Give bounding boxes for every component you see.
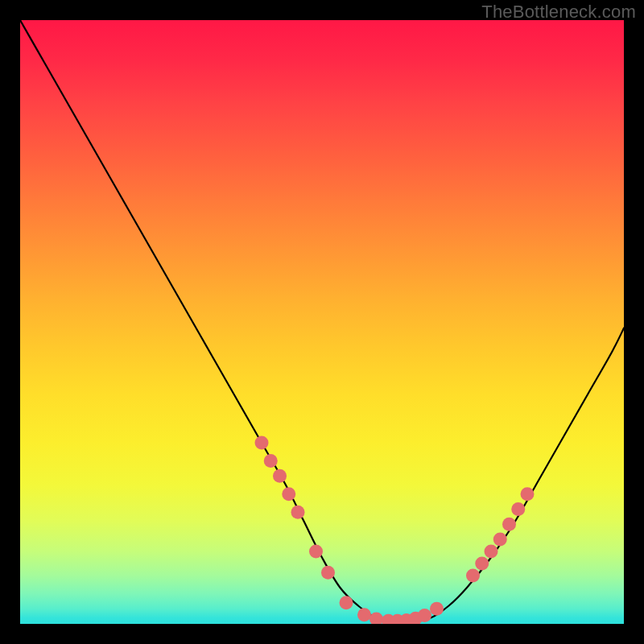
curve-marker [485,545,498,559]
curve-marker [502,518,516,531]
curve-marker [430,602,444,616]
bottleneck-curve [20,20,624,621]
curve-marker [521,487,535,501]
curve-marker [291,506,305,519]
curve-marker [357,608,371,621]
highlighted-points-group [255,436,535,625]
curve-marker [466,569,480,583]
curve-marker [475,557,489,571]
curve-marker [369,613,383,625]
curve-marker [493,533,507,547]
curve-layer [20,20,624,624]
chart-frame: TheBottleneck.com [0,0,644,644]
watermark-text: TheBottleneck.com [481,2,636,23]
curve-marker [273,469,287,483]
curve-marker [418,609,431,622]
curve-marker [511,502,525,516]
curve-marker [264,454,278,468]
plot-area [20,20,624,624]
curve-marker [309,545,323,559]
curve-marker [282,487,295,501]
curve-marker [340,596,353,609]
curve-marker [321,566,335,580]
curve-marker [255,436,269,450]
